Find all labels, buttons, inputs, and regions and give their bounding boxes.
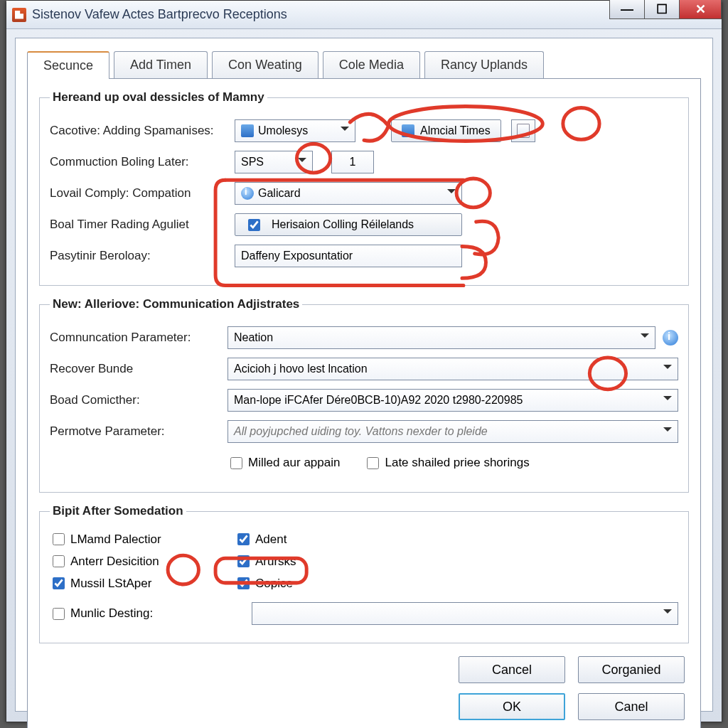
tab-strip: Secunce Add Timen Con Weating Cole Media… <box>27 51 712 79</box>
select-munlic[interactable] <box>252 602 678 625</box>
btn-almcial-label: Almcial Times <box>420 124 491 137</box>
list-icon <box>241 124 254 137</box>
select-cacotive[interactable]: Umolesys <box>235 119 355 142</box>
maximize-button[interactable]: ☐ <box>644 0 680 19</box>
check-munlic-label: Munlic Desting: <box>70 606 153 621</box>
check-anterr[interactable] <box>53 555 65 567</box>
client-area: Secunce Add Timen Con Weating Cole Media… <box>15 38 713 712</box>
select-boad[interactable]: Man-lope iFCAfer Dére0BCB-10)A92 2020 t2… <box>228 389 678 412</box>
info-icon[interactable] <box>663 330 678 346</box>
select-permotve[interactable]: All poyjupched uiding toy. Vattons nexde… <box>228 420 678 443</box>
check-copice-label: Copice <box>255 577 293 591</box>
select-comm-param[interactable]: Neation <box>228 326 655 349</box>
group-comm-legend: New: Alleriove: Communication Adjistrate… <box>50 297 302 311</box>
check-milled[interactable] <box>230 457 242 469</box>
group-mamny-legend: Hereand up oval dessicles of Mamny <box>50 90 267 105</box>
input-pasytinir-value: Daffeny Exposuntatior <box>241 250 353 262</box>
label-lovail: Lovail Comply: Compation <box>50 186 235 200</box>
group-bipit: Bipit After Somedation LMamd Palectior A… <box>39 504 689 643</box>
row-check-mussil: Mussil LStAper <box>50 575 235 592</box>
select-comm-value: Neation <box>234 331 273 344</box>
check-arursks[interactable] <box>237 555 250 567</box>
label-recover: Recover Bunde <box>50 362 228 376</box>
button-ok[interactable]: OK <box>459 693 565 720</box>
tab-rancy-uplands[interactable]: Rancy Uplands <box>424 51 544 79</box>
group-comm: New: Alleriove: Communication Adjistrate… <box>39 297 689 493</box>
row-check-milled: Milled aur appain <box>228 455 340 471</box>
input-pasytinir[interactable]: Daffeny Exposuntatior <box>235 245 462 267</box>
check-copice[interactable] <box>237 577 250 589</box>
row-check-anterr: Anterr Desicition <box>50 553 235 569</box>
check-adent[interactable] <box>237 533 250 545</box>
minimize-button[interactable]: — <box>609 0 645 19</box>
select-permotve-value: All poyjupched uiding toy. Vattons nexde… <box>234 425 488 438</box>
group-bipit-legend: Bipit After Somedation <box>50 504 186 518</box>
check-arursks-label: Arursks <box>255 555 296 569</box>
dialog-window: Sistenov Vafew Actes Bartprecvo Receptio… <box>6 0 722 722</box>
label-cacotive: Cacotive: Adding Spamanises: <box>50 124 235 138</box>
group-mamny: Hereand up oval dessicles of Mamny Cacot… <box>39 90 689 286</box>
check-munlic[interactable] <box>53 608 65 620</box>
check-boal-label: Herisaion Colling Réilelands <box>272 218 414 231</box>
row-check-late: Late shailed priee shorings <box>364 455 529 471</box>
button-cancel-top[interactable]: Cancel <box>459 656 565 683</box>
tab-secunce[interactable]: Secunce <box>27 51 109 79</box>
label-boal: Boal Timer Rading Aguliet <box>50 218 235 232</box>
row-check-adent: Adent <box>235 531 419 547</box>
check-milled-label: Milled aur appain <box>248 456 340 470</box>
check-lmamd[interactable] <box>53 533 65 545</box>
list-icon <box>402 124 414 137</box>
select-boad-value: Man-lope iFCAfer Dére0BCB-10)A92 2020 t2… <box>234 394 523 407</box>
select-commuction-value: SPS <box>241 156 264 168</box>
row-check-copice: Copice <box>235 575 419 592</box>
close-button[interactable]: ✕ <box>679 0 722 19</box>
document-icon <box>517 124 530 138</box>
check-mussil[interactable] <box>53 577 65 589</box>
check-anterr-label: Anterr Desicition <box>70 555 159 569</box>
tab-cole-media[interactable]: Cole Media <box>323 51 420 79</box>
check-boal[interactable] <box>248 219 260 231</box>
btn-almcial-times[interactable]: Almcial Times <box>391 119 501 142</box>
button-cancel-bottom[interactable]: Canel <box>578 693 685 720</box>
app-icon <box>12 8 26 22</box>
minimize-icon: — <box>621 3 633 16</box>
label-commuction: Commuction Boling Later: <box>50 155 235 169</box>
button-corganied[interactable]: Corganied <box>578 656 685 683</box>
row-check-arursks: Arursks <box>235 553 419 569</box>
titlebar: Sistenov Vafew Actes Bartprecvo Receptio… <box>6 1 722 29</box>
close-icon: ✕ <box>695 3 706 16</box>
check-adent-label: Adent <box>255 532 287 547</box>
row-check-lmamd: LMamd Palectior <box>50 531 235 547</box>
select-recover[interactable]: Acicioh j hovo lest lncation <box>228 358 678 380</box>
check-late[interactable] <box>367 457 379 469</box>
select-cacotive-value: Umolesys <box>258 124 308 137</box>
row-boal: Herisaion Colling Réilelands <box>235 213 462 236</box>
select-commuction[interactable]: SPS <box>235 151 313 173</box>
check-mussil-label: Mussil LStAper <box>70 577 151 591</box>
select-lovail[interactable]: Galicard <box>235 182 462 205</box>
tab-panel: Hereand up oval dessicles of Mamny Cacot… <box>27 78 701 728</box>
label-comm-param: Comnuncation Parameter: <box>50 331 228 345</box>
select-lovail-value: Galicard <box>258 187 301 200</box>
maximize-icon: ☐ <box>656 3 668 16</box>
label-boad: Boad Comicther: <box>50 393 228 407</box>
tab-add-timen[interactable]: Add Timen <box>114 51 208 79</box>
tab-con-weating[interactable]: Con Weating <box>212 51 318 79</box>
btn-document[interactable] <box>511 119 535 142</box>
label-permotve: Permotve Parameter: <box>50 424 228 439</box>
check-late-label: Late shailed priee shorings <box>385 456 529 470</box>
info-icon <box>241 187 254 200</box>
input-commuction-num[interactable]: 1 <box>331 151 374 173</box>
input-commuction-num-value: 1 <box>350 156 356 168</box>
row-check-munlic: Munlic Desting: <box>50 606 228 622</box>
label-pasytinir: Pasytinir Beroloay: <box>50 249 235 263</box>
check-lmamd-label: LMamd Palectior <box>70 532 161 547</box>
window-title: Sistenov Vafew Actes Bartprecvo Receptio… <box>32 7 287 22</box>
select-recover-value: Acicioh j hovo lest lncation <box>234 363 368 375</box>
